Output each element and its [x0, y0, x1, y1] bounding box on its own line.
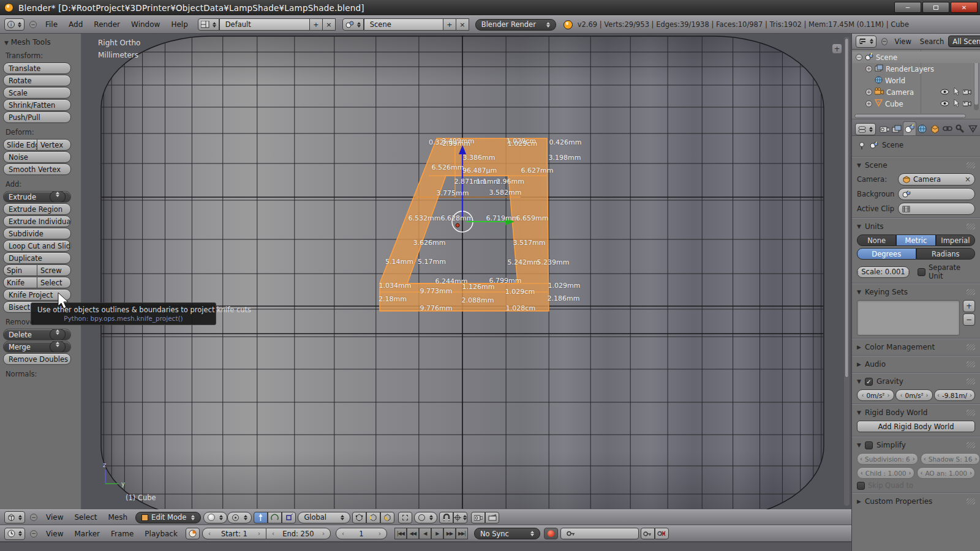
- menu-render[interactable]: Render: [94, 20, 120, 29]
- sync-mode-dropdown[interactable]: No Sync: [474, 528, 540, 539]
- visibility-eye-icon[interactable]: [940, 100, 949, 108]
- mesh-tools-panel-header[interactable]: ▼ Mesh Tools: [4, 38, 71, 47]
- menu-view[interactable]: View: [46, 513, 63, 522]
- 3d-viewport[interactable]: zy Right Ortho Millimeters (1) Cube 0.32…: [0, 34, 851, 509]
- shelf-button-subdivide[interactable]: Subdivide: [3, 228, 71, 239]
- simplify-field-subdivision[interactable]: ‹Subdivision: 6›: [857, 453, 918, 465]
- delete-keyframe-button[interactable]: [655, 528, 669, 539]
- shelf-button-extrude-individual[interactable]: Extrude Individual: [3, 216, 71, 227]
- shelf-button-scale[interactable]: Scale: [3, 87, 71, 99]
- render-still-button[interactable]: [471, 512, 485, 523]
- screen-layout-icon[interactable]: [198, 18, 219, 31]
- keying-sets-panel-header[interactable]: ▼Keying Sets: [857, 288, 975, 296]
- start-frame-field[interactable]: ‹Start: 1›: [202, 528, 266, 539]
- renderability-camera-icon[interactable]: [963, 100, 971, 108]
- outliner-item-camera[interactable]: +Camera: [852, 86, 980, 98]
- visibility-eye-icon[interactable]: [940, 88, 949, 97]
- outliner-item-renderlayers[interactable]: +RenderLayers: [852, 63, 980, 75]
- skip-quad-checkbox[interactable]: [857, 482, 865, 490]
- shelf-button-remove-doubles[interactable]: Remove Doubles: [3, 353, 71, 365]
- editor-type-button-properties[interactable]: [855, 123, 876, 135]
- delete-scene-button[interactable]: ×: [456, 18, 469, 31]
- shelf-dropdown-extrude[interactable]: Extrude: [3, 191, 71, 203]
- color-management-panel-header[interactable]: ▶Color Management: [857, 343, 975, 351]
- editor-type-button-info[interactable]: i: [4, 18, 24, 31]
- units-panel-header[interactable]: ▼Units: [857, 222, 975, 231]
- collapse-vp-menus-icon[interactable]: −: [30, 514, 37, 521]
- properties-tab-modifiers[interactable]: [954, 122, 967, 135]
- add-layout-button[interactable]: +: [310, 18, 323, 31]
- audio-panel-header[interactable]: ▶Audio: [857, 360, 975, 369]
- minimize-button[interactable]: ─: [894, 2, 921, 13]
- render-animation-button[interactable]: [485, 512, 499, 523]
- expand-icon[interactable]: +: [865, 89, 872, 96]
- properties-tab-object[interactable]: [929, 122, 941, 135]
- scene-selector-icon[interactable]: [342, 18, 364, 31]
- shelf-button-knife[interactable]: Knife: [3, 277, 37, 288]
- play-button[interactable]: ▶: [431, 528, 443, 539]
- gravity-value-field[interactable]: ‹0m/s²›: [895, 389, 933, 401]
- unit-system-imperial[interactable]: Imperial: [936, 234, 975, 246]
- unit-system-metric[interactable]: Metric: [896, 234, 935, 246]
- unit-rotation-radians[interactable]: Radians: [916, 248, 976, 260]
- gravity-panel-header[interactable]: ▼✓Gravity: [857, 377, 975, 386]
- menu-select[interactable]: Select: [74, 513, 97, 522]
- simplify-checkbox[interactable]: [865, 441, 873, 449]
- vertex-select-button[interactable]: [352, 512, 366, 523]
- screen-layout-field[interactable]: Default: [219, 18, 310, 31]
- shelf-dropdown-delete[interactable]: Delete: [3, 329, 71, 340]
- unit-rotation-degrees[interactable]: Degrees: [857, 248, 916, 260]
- gravity-value-field[interactable]: ‹0m/s²›: [857, 389, 894, 401]
- add-keying-set-button[interactable]: +: [963, 300, 975, 312]
- simplify-panel-header[interactable]: ▼Simplify: [857, 441, 975, 449]
- simplify-field-ao-an[interactable]: ‹AO an: 1.000›: [917, 467, 975, 479]
- jump-start-button[interactable]: |◀◀: [394, 528, 407, 539]
- jump-end-button[interactable]: ▶▶|: [456, 528, 468, 539]
- shelf-button-extrude-region[interactable]: Extrude Region: [3, 203, 71, 215]
- clear-camera-icon[interactable]: ×: [965, 175, 971, 184]
- simplify-field-shadow-s[interactable]: ‹Shadow S: 16›: [921, 453, 980, 465]
- rigid-body-panel-header[interactable]: ▼Rigid Body World: [857, 408, 975, 417]
- menu-window[interactable]: Window: [131, 20, 160, 29]
- shelf-button-rotate[interactable]: Rotate: [3, 75, 71, 86]
- mode-dropdown[interactable]: Edit Mode: [135, 512, 201, 523]
- rotate-manipulator-button[interactable]: [268, 512, 282, 523]
- remove-keying-set-button[interactable]: −: [963, 313, 975, 326]
- properties-tab-render-layers[interactable]: [891, 122, 903, 135]
- shelf-dropdown-merge[interactable]: Merge: [3, 341, 71, 353]
- shelf-button-noise[interactable]: Noise: [3, 151, 71, 163]
- background-field[interactable]: [898, 188, 975, 200]
- simplify-field-child[interactable]: ‹Child : 1.000›: [857, 467, 914, 479]
- menu-frame[interactable]: Frame: [111, 530, 134, 538]
- collapse-menus-icon[interactable]: −: [29, 21, 37, 28]
- face-select-button[interactable]: [380, 512, 394, 523]
- menu-file[interactable]: File: [45, 20, 58, 29]
- menu-add[interactable]: Add: [69, 20, 83, 29]
- menu-mesh[interactable]: Mesh: [108, 513, 128, 522]
- gravity-checkbox[interactable]: ✓: [865, 378, 873, 386]
- add-rigid-body-world-button[interactable]: Add Rigid Body World: [857, 421, 975, 432]
- active-clip-field[interactable]: [898, 203, 975, 215]
- menu-marker[interactable]: Marker: [74, 530, 99, 538]
- translate-manipulator-button[interactable]: [254, 512, 268, 523]
- scene-panel-header[interactable]: ▼Scene: [857, 161, 975, 170]
- editor-type-button-outliner[interactable]: [856, 36, 876, 48]
- scale-manipulator-button[interactable]: [282, 512, 296, 523]
- editor-type-button-timeline[interactable]: [4, 528, 25, 540]
- pivot-point-dropdown[interactable]: [227, 512, 252, 523]
- properties-tab-scene[interactable]: [903, 122, 916, 135]
- collapse-outliner-menus-icon[interactable]: −: [881, 38, 888, 45]
- edge-select-button[interactable]: [366, 512, 380, 523]
- shelf-button-translate[interactable]: Translate: [3, 62, 71, 74]
- selectability-arrow-icon[interactable]: [953, 88, 959, 97]
- proportional-edit-dropdown[interactable]: [414, 512, 437, 523]
- collapse-icon[interactable]: −: [856, 54, 862, 61]
- transform-orientation-dropdown[interactable]: Global: [298, 512, 350, 523]
- keying-sets-list[interactable]: [857, 300, 960, 335]
- limit-selection-visible-button[interactable]: [398, 512, 412, 523]
- next-keyframe-button[interactable]: ▶▶: [443, 528, 456, 539]
- end-frame-field[interactable]: ‹End: 250›: [266, 528, 331, 539]
- shelf-button-loop-cut-and-slide[interactable]: Loop Cut and Slide: [3, 240, 71, 252]
- selectability-arrow-icon[interactable]: [953, 99, 959, 109]
- separate-units-checkbox[interactable]: [918, 268, 925, 276]
